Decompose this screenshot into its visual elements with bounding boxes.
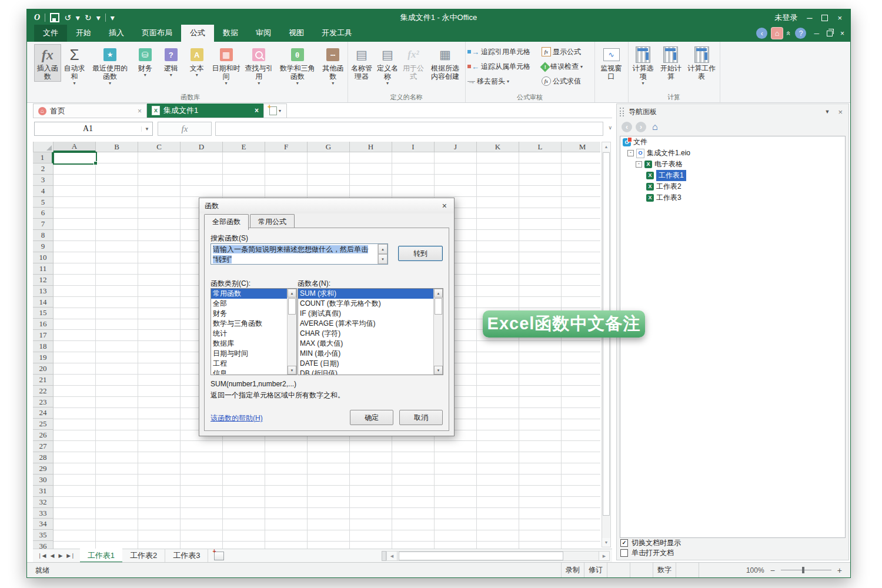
zoom-in-button[interactable]: + [837, 566, 842, 575]
function-category-list[interactable]: 常用函数全部财务数学与三角函数统计数据库日期与时间工程信息 ▲ ▼ [211, 288, 297, 375]
function-category-item[interactable]: 统计 [211, 329, 296, 339]
insert-function-button[interactable]: fx插入函数 [34, 44, 61, 82]
undo-icon[interactable]: ↺ [64, 14, 71, 22]
name-manager-button[interactable]: ▤名称管理器 [349, 44, 375, 82]
column-header-h[interactable]: H [350, 142, 392, 152]
row-header-11[interactable]: 11 [33, 263, 53, 275]
scroll-down-icon[interactable]: ▼ [378, 254, 387, 264]
sheet-tab-2[interactable]: 工作表2 [122, 549, 165, 563]
trace-dependents-button[interactable]: ←追踪从属单元格 [467, 60, 540, 73]
dropdown-caret-icon[interactable]: ▾ [170, 72, 172, 78]
maximize-button[interactable] [821, 15, 828, 21]
scroll-up-icon[interactable]: ▲ [602, 142, 610, 151]
menu-tab-dev-tools[interactable]: 开发工具 [313, 25, 361, 42]
new-sheet-button[interactable] [214, 552, 224, 560]
dialog-close-icon[interactable]: × [442, 201, 454, 211]
column-header-a[interactable]: A [54, 142, 96, 152]
redo-dropdown-icon[interactable]: ▾ [96, 14, 101, 22]
function-category-item[interactable]: 信息 [211, 369, 296, 375]
row-header-16[interactable]: 16 [33, 319, 53, 330]
panel-close-icon[interactable]: × [838, 108, 843, 116]
dropdown-caret-icon[interactable]: ▾ [507, 79, 509, 84]
column-header-b[interactable]: B [96, 142, 138, 152]
function-name-item[interactable]: DATE (日期) [298, 359, 443, 369]
help-button[interactable]: ? [795, 28, 806, 39]
scroll-down-icon[interactable]: ▼ [434, 366, 443, 375]
zoom-out-button[interactable]: − [770, 566, 775, 575]
menu-tab-page-layout[interactable]: 页面布局 [133, 25, 181, 42]
column-header-g[interactable]: G [308, 142, 350, 152]
row-header-33[interactable]: 33 [33, 508, 53, 519]
function-name-item[interactable]: MIN (最小值) [298, 349, 443, 359]
row-header-35[interactable]: 35 [33, 530, 53, 541]
finance-button[interactable]: ⛁财务▾ [132, 44, 158, 79]
dropdown-caret-icon[interactable]: ▾ [296, 81, 299, 86]
function-name-item[interactable]: DB (折旧值) [298, 369, 443, 375]
search-box-scrollbar[interactable]: ▲▼ [377, 244, 387, 264]
row-header-18[interactable]: 18 [33, 341, 53, 352]
nav-back-button[interactable]: ‹ [622, 122, 632, 132]
insert-function-fx-button[interactable]: fx [158, 122, 212, 136]
ok-button[interactable]: 确定 [350, 410, 393, 425]
doc-tab-start-page[interactable]: ⌂ 首页 × [33, 103, 147, 118]
go-button[interactable]: 转到 [398, 246, 443, 261]
doc-minimize-button[interactable]: ─ [814, 30, 819, 37]
watch-window-button[interactable]: ∿监视窗口 [596, 44, 627, 82]
row-header-34[interactable]: 34 [33, 519, 53, 530]
function-category-item[interactable]: 日期与时间 [211, 349, 296, 359]
autosum-button[interactable]: Σ自动求和▾ [61, 44, 88, 87]
function-category-item[interactable]: 财务 [211, 309, 296, 319]
calculate-now-button[interactable]: 开始计算 [657, 44, 684, 82]
create-from-selection-button[interactable]: ▦根据所选内容创建 [426, 44, 464, 82]
dropdown-caret-icon[interactable]: ▾ [225, 81, 228, 86]
status-segment-修订[interactable]: 修订 [584, 563, 607, 577]
row-header-28[interactable]: 28 [33, 452, 53, 463]
row-header-9[interactable]: 9 [33, 241, 53, 252]
sheet-tab-1[interactable]: 工作表1 [80, 549, 122, 563]
nav-forward-button[interactable]: › [636, 122, 646, 132]
function-category-item[interactable]: 工程 [211, 359, 296, 369]
row-header-4[interactable]: 4 [33, 186, 53, 197]
row-header-29[interactable]: 29 [33, 463, 53, 475]
tab-all-functions[interactable]: 全部函数 [204, 214, 249, 230]
list-scrollbar[interactable]: ▲ ▼ [433, 289, 443, 375]
column-header-d[interactable]: D [181, 142, 223, 152]
scroll-thumb[interactable] [288, 298, 296, 315]
row-header-25[interactable]: 25 [33, 419, 53, 430]
function-name-item[interactable]: SUM (求和) [298, 289, 443, 299]
save-icon[interactable] [50, 13, 59, 22]
tree-node-sheet-1[interactable]: X工作表1 [620, 170, 845, 181]
close-button[interactable]: × [837, 14, 842, 22]
row-header-24[interactable]: 24 [33, 407, 53, 419]
row-header-1[interactable]: 1 [33, 152, 53, 163]
evaluate-formula-button[interactable]: fx公式求值 [542, 75, 593, 88]
row-header-21[interactable]: 21 [33, 375, 53, 386]
dropdown-caret-icon[interactable]: ▾ [196, 72, 198, 78]
first-sheet-icon[interactable]: ❘◀ [38, 553, 46, 559]
dialog-titlebar[interactable]: 函数 × [199, 198, 454, 213]
row-header-14[interactable]: 14 [33, 297, 53, 308]
menu-tab-formulas[interactable]: 公式 [181, 25, 214, 42]
scroll-down-icon[interactable]: ▼ [602, 538, 610, 547]
row-header-12[interactable]: 12 [33, 275, 53, 286]
checkbox-checked-icon[interactable]: ✓ [620, 539, 628, 547]
splitter-handle[interactable] [382, 551, 386, 561]
name-box[interactable]: A1 ▼ [34, 122, 153, 136]
search-function-input[interactable]: 请输入一条简短说明来描述您想做什么，然后单击“转到” ▲▼ [211, 243, 388, 265]
error-checking-button[interactable]: !错误检查▾ [542, 60, 593, 73]
horizontal-scrollbar[interactable]: ◀ ▶ [382, 551, 610, 561]
formula-input[interactable] [215, 122, 603, 136]
select-all-corner[interactable] [33, 142, 54, 152]
dropdown-caret-icon[interactable]: ▾ [580, 64, 583, 69]
date-time-button[interactable]: ▦日期和时间▾ [210, 44, 243, 87]
calculation-options-button[interactable]: 计算选项▾ [629, 44, 657, 87]
prev-sheet-icon[interactable]: ◀ [50, 553, 54, 559]
back-button[interactable]: ‹ [756, 28, 767, 39]
dropdown-caret-icon[interactable]: ▾ [109, 81, 111, 86]
vertical-scrollbar[interactable]: ▲ ▼ [602, 142, 611, 547]
menu-tab-data[interactable]: 数据 [214, 25, 247, 42]
lookup-reference-button[interactable]: 查找与引用▾ [242, 44, 275, 87]
row-header-23[interactable]: 23 [33, 397, 53, 408]
scroll-down-icon[interactable]: ▼ [288, 366, 296, 375]
show-formulas-button[interactable]: fx显示公式 [542, 45, 593, 58]
